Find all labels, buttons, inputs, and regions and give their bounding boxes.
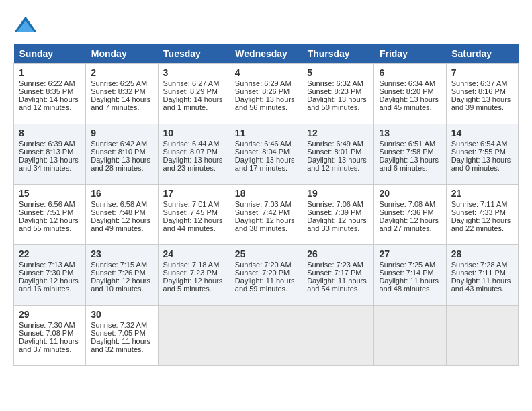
day-number: 16	[91, 188, 152, 199]
day-number: 23	[91, 248, 152, 259]
daylight-label: Daylight: 12 hours and 16 minutes.	[19, 277, 79, 293]
daylight-label: Daylight: 13 hours and 0 minutes.	[451, 156, 511, 172]
calendar-cell: 13Sunrise: 6:51 AMSunset: 7:58 PMDayligh…	[374, 124, 446, 185]
sunset: Sunset: 7:17 PM	[307, 269, 361, 277]
column-headers: SundayMondayTuesdayWednesdayThursdayFrid…	[14, 44, 519, 64]
day-number: 27	[379, 248, 441, 259]
calendar-cell: 10Sunrise: 6:44 AMSunset: 8:07 PMDayligh…	[158, 124, 230, 185]
calendar-cell	[158, 306, 230, 366]
daylight-label: Daylight: 13 hours and 23 minutes.	[163, 156, 223, 172]
daylight-label: Daylight: 13 hours and 17 minutes.	[235, 156, 295, 172]
sunrise: Sunrise: 6:34 AM	[379, 79, 435, 87]
calendar-cell: 20Sunrise: 7:08 AMSunset: 7:36 PMDayligh…	[374, 185, 446, 245]
day-number: 21	[451, 188, 513, 199]
daylight-label: Daylight: 13 hours and 6 minutes.	[379, 156, 439, 172]
week-row: 15Sunrise: 6:56 AMSunset: 7:51 PMDayligh…	[14, 185, 519, 245]
calendar-cell: 25Sunrise: 7:20 AMSunset: 7:20 PMDayligh…	[230, 245, 302, 306]
calendar-cell: 9Sunrise: 6:42 AMSunset: 8:10 PMDaylight…	[86, 124, 158, 185]
calendar-cell: 24Sunrise: 7:18 AMSunset: 7:23 PMDayligh…	[158, 245, 230, 306]
column-header-friday: Friday	[374, 44, 446, 64]
sunrise: Sunrise: 6:22 AM	[19, 79, 75, 87]
sunset: Sunset: 7:55 PM	[451, 148, 506, 156]
week-row: 29Sunrise: 7:30 AMSunset: 7:08 PMDayligh…	[14, 306, 519, 366]
daylight-label: Daylight: 12 hours and 33 minutes.	[307, 216, 367, 232]
sunset: Sunset: 7:51 PM	[19, 208, 73, 216]
sunrise: Sunrise: 7:06 AM	[307, 200, 363, 208]
daylight-label: Daylight: 12 hours and 38 minutes.	[235, 216, 295, 232]
calendar-cell: 6Sunrise: 6:34 AMSunset: 8:20 PMDaylight…	[374, 64, 446, 124]
week-row: 8Sunrise: 6:39 AMSunset: 8:13 PMDaylight…	[14, 124, 519, 185]
sunset: Sunset: 7:36 PM	[379, 208, 433, 216]
calendar-cell: 7Sunrise: 6:37 AMSunset: 8:16 PMDaylight…	[446, 64, 518, 124]
calendar-cell: 4Sunrise: 6:29 AMSunset: 8:26 PMDaylight…	[230, 64, 302, 124]
daylight-label: Daylight: 11 hours and 59 minutes.	[235, 277, 295, 293]
day-number: 26	[307, 248, 369, 259]
day-number: 6	[379, 67, 441, 78]
daylight-label: Daylight: 14 hours and 12 minutes.	[19, 95, 79, 111]
week-row: 22Sunrise: 7:13 AMSunset: 7:30 PMDayligh…	[14, 245, 519, 306]
calendar-cell: 18Sunrise: 7:03 AMSunset: 7:42 PMDayligh…	[230, 185, 302, 245]
sunrise: Sunrise: 7:13 AM	[19, 261, 75, 269]
day-number: 19	[307, 188, 369, 199]
sunrise: Sunrise: 6:56 AM	[19, 200, 75, 208]
sunrise: Sunrise: 7:20 AM	[235, 261, 292, 269]
calendar-cell	[230, 306, 302, 366]
sunset: Sunset: 7:58 PM	[379, 148, 433, 156]
calendar-cell: 17Sunrise: 7:01 AMSunset: 7:45 PMDayligh…	[158, 185, 230, 245]
calendar-cell: 11Sunrise: 6:46 AMSunset: 8:04 PMDayligh…	[230, 124, 302, 185]
sunset: Sunset: 7:33 PM	[451, 208, 506, 216]
calendar-cell: 2Sunrise: 6:25 AMSunset: 8:32 PMDaylight…	[86, 64, 158, 124]
sunrise: Sunrise: 7:15 AM	[91, 261, 147, 269]
calendar-cell: 8Sunrise: 6:39 AMSunset: 8:13 PMDaylight…	[14, 124, 86, 185]
sunrise: Sunrise: 6:37 AM	[451, 79, 508, 87]
page-header	[13, 13, 519, 38]
daylight-label: Daylight: 11 hours and 37 minutes.	[19, 337, 79, 353]
column-header-sunday: Sunday	[14, 44, 86, 64]
daylight-label: Daylight: 11 hours and 43 minutes.	[451, 277, 511, 293]
sunset: Sunset: 8:23 PM	[307, 87, 361, 95]
column-header-tuesday: Tuesday	[158, 44, 230, 64]
daylight-label: Daylight: 11 hours and 54 minutes.	[307, 277, 367, 293]
daylight-label: Daylight: 12 hours and 5 minutes.	[163, 277, 223, 293]
sunrise: Sunrise: 7:32 AM	[91, 321, 147, 329]
sunset: Sunset: 8:13 PM	[19, 148, 73, 156]
calendar-cell: 27Sunrise: 7:25 AMSunset: 7:14 PMDayligh…	[374, 245, 446, 306]
calendar-cell: 28Sunrise: 7:28 AMSunset: 7:11 PMDayligh…	[446, 245, 518, 306]
sunrise: Sunrise: 6:42 AM	[91, 140, 147, 148]
daylight-label: Daylight: 11 hours and 32 minutes.	[91, 337, 150, 353]
calendar-cell: 1Sunrise: 6:22 AMSunset: 8:35 PMDaylight…	[14, 64, 86, 124]
sunset: Sunset: 8:10 PM	[91, 148, 145, 156]
sunrise: Sunrise: 6:39 AM	[19, 140, 75, 148]
day-number: 17	[163, 188, 225, 199]
week-row: 1Sunrise: 6:22 AMSunset: 8:35 PMDaylight…	[14, 64, 519, 124]
daylight-label: Daylight: 13 hours and 56 minutes.	[235, 95, 295, 111]
sunset: Sunset: 7:20 PM	[235, 269, 290, 277]
sunset: Sunset: 7:45 PM	[163, 208, 218, 216]
sunset: Sunset: 7:48 PM	[91, 208, 145, 216]
calendar-cell	[446, 306, 518, 366]
sunrise: Sunrise: 7:30 AM	[19, 321, 75, 329]
sunrise: Sunrise: 7:25 AM	[379, 261, 435, 269]
sunset: Sunset: 8:35 PM	[19, 87, 73, 95]
day-number: 7	[451, 67, 513, 78]
day-number: 12	[307, 128, 369, 138]
sunrise: Sunrise: 6:51 AM	[379, 140, 435, 148]
sunrise: Sunrise: 6:54 AM	[451, 140, 508, 148]
sunset: Sunset: 8:04 PM	[235, 148, 290, 156]
day-number: 10	[163, 128, 225, 138]
day-number: 15	[19, 188, 81, 199]
sunset: Sunset: 8:07 PM	[163, 148, 218, 156]
calendar-cell	[374, 306, 446, 366]
sunrise: Sunrise: 6:29 AM	[235, 79, 292, 87]
day-number: 5	[307, 67, 369, 78]
day-number: 29	[19, 309, 81, 320]
sunrise: Sunrise: 6:58 AM	[91, 200, 147, 208]
daylight-label: Daylight: 13 hours and 50 minutes.	[307, 95, 367, 111]
calendar-cell: 3Sunrise: 6:27 AMSunset: 8:29 PMDaylight…	[158, 64, 230, 124]
day-number: 1	[19, 67, 81, 78]
day-number: 20	[379, 188, 441, 199]
daylight-label: Daylight: 13 hours and 34 minutes.	[19, 156, 79, 172]
sunset: Sunset: 7:30 PM	[19, 269, 73, 277]
calendar-cell: 21Sunrise: 7:11 AMSunset: 7:33 PMDayligh…	[446, 185, 518, 245]
sunset: Sunset: 8:29 PM	[163, 87, 218, 95]
